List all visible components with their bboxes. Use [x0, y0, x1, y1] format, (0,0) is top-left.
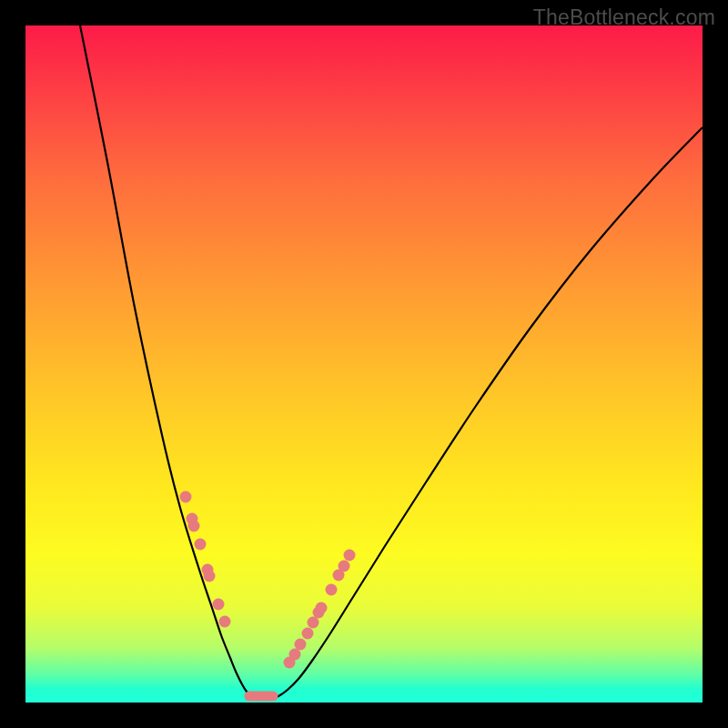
- chart-svg: [25, 25, 703, 703]
- marker-dot: [344, 550, 356, 561]
- marker-dot: [180, 491, 192, 503]
- marker-dot: [326, 584, 338, 596]
- marker-dot: [308, 617, 319, 629]
- marker-dot: [213, 599, 225, 611]
- marker-dot: [339, 561, 350, 572]
- chart-frame: [25, 25, 703, 703]
- marker-dot: [289, 649, 301, 661]
- marker-dot: [188, 521, 200, 532]
- marker-dot: [195, 539, 207, 551]
- marker-dot: [316, 602, 328, 614]
- marker-dot: [204, 571, 216, 582]
- marker-dot: [219, 616, 231, 628]
- watermark-text: TheBottleneck.com: [533, 5, 715, 30]
- bottleneck-curve: [80, 25, 703, 700]
- marker-dot: [302, 628, 314, 640]
- left-marker-cluster: [180, 491, 231, 628]
- marker-dot: [295, 639, 307, 651]
